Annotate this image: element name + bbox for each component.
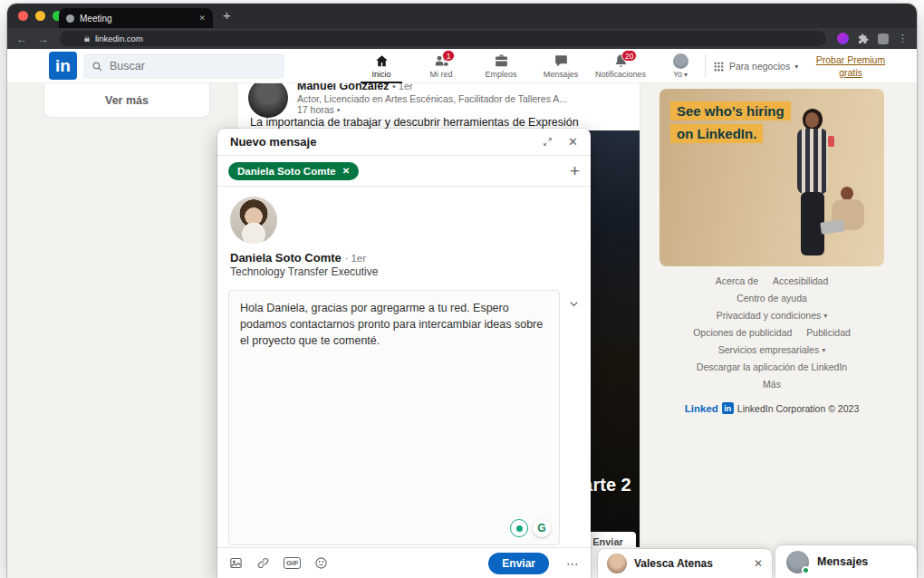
window-controls xyxy=(18,11,63,21)
chat-contact-name: Valesca Atenas xyxy=(634,557,746,570)
nav-label: Inicio xyxy=(371,70,390,79)
tab-close-icon[interactable]: ✕ xyxy=(198,14,206,23)
gif-button[interactable]: GIF xyxy=(284,557,301,569)
emoji-icon[interactable] xyxy=(314,556,328,570)
browser-tab-bar: Meeting ✕ + xyxy=(7,4,917,28)
nav-label: Yo xyxy=(673,70,682,79)
new-tab-button[interactable]: + xyxy=(223,7,231,23)
chat-avatar xyxy=(607,554,627,573)
footer-link[interactable]: Centro de ayuda xyxy=(736,293,807,303)
chat-close-icon[interactable]: ✕ xyxy=(754,557,763,570)
grammarly-icon[interactable]: G xyxy=(533,519,551,537)
extensions-puzzle-icon[interactable] xyxy=(858,34,869,44)
chevron-down-icon: ▾ xyxy=(822,346,825,354)
browser-tab[interactable]: Meeting ✕ xyxy=(59,8,213,28)
more-options-icon[interactable]: ⋯ xyxy=(566,556,579,571)
compose-close-icon[interactable]: ✕ xyxy=(568,135,578,149)
compose-toolbar: GIF Enviar ⋯ xyxy=(217,547,591,578)
footer-link[interactable]: Publicidad xyxy=(806,327,850,338)
for-business-menu[interactable]: Para negocios ▾ xyxy=(713,49,798,83)
messaging-avatar xyxy=(786,551,809,573)
messaging-label: Mensajes xyxy=(817,555,868,568)
tab-favicon-icon xyxy=(66,14,74,23)
messaging-dock[interactable]: Mensajes xyxy=(775,545,917,578)
grid-icon xyxy=(713,61,725,72)
chat-window-valesca[interactable]: Valesca Atenas ✕ xyxy=(598,549,772,578)
ad-line1: See who’s hiring xyxy=(670,101,791,120)
recipient-profile-preview: Daniela Soto Comte · 1er Technology Tran… xyxy=(230,187,574,290)
minimize-window-button[interactable] xyxy=(35,11,45,21)
footer-link[interactable]: Más xyxy=(763,379,781,390)
grammarly-widgets: G xyxy=(510,519,551,537)
footer-link[interactable]: Servicios empresariales▾ xyxy=(718,344,825,355)
message-input-area[interactable]: Hola Daniela, gracias por agregarme a tu… xyxy=(228,290,560,545)
nav-item-empleos[interactable]: Empleos xyxy=(471,49,531,83)
address-bar[interactable]: linkedin.com xyxy=(60,31,826,46)
chevron-down-icon: ▾ xyxy=(823,312,827,320)
recipient-degree: · 1er xyxy=(344,253,366,264)
collapse-chevron-icon[interactable] xyxy=(567,297,581,314)
browser-window: Meeting ✕ + ← → linkedin.com ⋮ i xyxy=(7,4,917,578)
footer-linkedin-wordmark: Linked xyxy=(685,403,718,414)
compose-recipients: Daniela Soto Comte ✕ + xyxy=(217,156,591,187)
url-text: linkedin.com xyxy=(95,34,143,43)
lock-icon xyxy=(83,35,91,43)
send-button[interactable]: Enviar xyxy=(488,553,549,574)
nav-label: Mi red xyxy=(429,70,452,79)
shrink-icon[interactable] xyxy=(542,136,553,148)
search-input[interactable] xyxy=(110,60,264,72)
ad-line2: on LinkedIn. xyxy=(670,124,763,143)
browser-profile-icon[interactable] xyxy=(878,34,889,44)
post-author-headline: Actor, Licenciado en Artes Escénicas, Fa… xyxy=(297,93,614,104)
messaging-icon xyxy=(553,53,569,69)
linkedin-logo[interactable]: in xyxy=(49,52,77,80)
navbar-divider xyxy=(705,54,706,78)
recipient-profile-name[interactable]: Daniela Soto Comte · 1er xyxy=(230,251,366,265)
browser-menu-icon[interactable]: ⋮ xyxy=(898,33,908,44)
image-icon[interactable] xyxy=(229,556,243,570)
footer-link[interactable]: Descargar la aplicación de LinkedIn xyxy=(697,361,847,372)
tab-title: Meeting xyxy=(80,14,193,24)
recipient-avatar[interactable] xyxy=(230,197,277,244)
nav-item-inicio[interactable]: Inicio xyxy=(351,49,411,83)
nav-label: Empleos xyxy=(485,70,516,79)
profile-card-see-more[interactable]: Ver más xyxy=(43,83,210,118)
remove-recipient-icon[interactable]: ✕ xyxy=(342,166,350,176)
footer-link[interactable]: Acerca de xyxy=(716,275,758,286)
back-icon[interactable]: ← xyxy=(16,33,27,45)
close-window-button[interactable] xyxy=(18,11,28,21)
compose-header: Nuevo mensaje ✕ xyxy=(217,129,591,156)
nav-label: Mensajes xyxy=(544,70,579,79)
footer-link[interactable]: Opciones de publicidad xyxy=(693,327,792,338)
footer-link[interactable]: Accesibilidad xyxy=(773,275,828,286)
premium-link[interactable]: Probar Premium gratis xyxy=(797,53,904,79)
nav-item-mi-red[interactable]: 1 Mi red xyxy=(411,49,471,83)
me-avatar xyxy=(673,53,688,69)
briefcase-icon xyxy=(494,53,509,69)
attachment-icon[interactable] xyxy=(256,556,270,570)
mi-red-badge: 1 xyxy=(442,50,455,62)
grammarly-tone-icon[interactable] xyxy=(510,519,528,537)
add-recipient-button[interactable]: + xyxy=(570,162,580,179)
footer-branding: Linked in LinkedIn Corporation © 2023 xyxy=(649,402,895,414)
nav-item-yo[interactable]: Yo▾ xyxy=(650,49,710,83)
recipient-chip[interactable]: Daniela Soto Comte ✕ xyxy=(228,162,359,180)
search-icon xyxy=(91,61,103,72)
nav-item-notificaciones[interactable]: 20 Notificaciones xyxy=(591,49,650,83)
premium-line1: Probar Premium xyxy=(797,53,904,66)
extension-avatar-icon[interactable] xyxy=(837,33,849,44)
for-business-label: Para negocios xyxy=(729,61,790,72)
page-footer: Acerca de Accesibilidad Centro de ayuda … xyxy=(649,275,895,414)
search-box[interactable] xyxy=(83,53,284,79)
toolbar-icons: ⋮ xyxy=(837,33,908,44)
forward-icon[interactable]: → xyxy=(38,33,49,45)
post-author-avatar[interactable] xyxy=(248,78,288,118)
screenshot-root: Meeting ✕ + ← → linkedin.com ⋮ i xyxy=(0,0,924,578)
nav-item-mensajes[interactable]: Mensajes xyxy=(531,49,591,83)
linkedin-navbar: in Inicio 1 Mi red xyxy=(7,49,917,83)
notificaciones-badge: 20 xyxy=(621,50,637,62)
ad-card[interactable]: See who’s hiring on LinkedIn. xyxy=(659,89,884,266)
footer-link[interactable]: Privacidad y condiciones▾ xyxy=(717,310,828,321)
home-icon xyxy=(374,53,390,69)
draft-message-text[interactable]: Hola Daniela, gracias por agregarme a tu… xyxy=(240,300,548,349)
